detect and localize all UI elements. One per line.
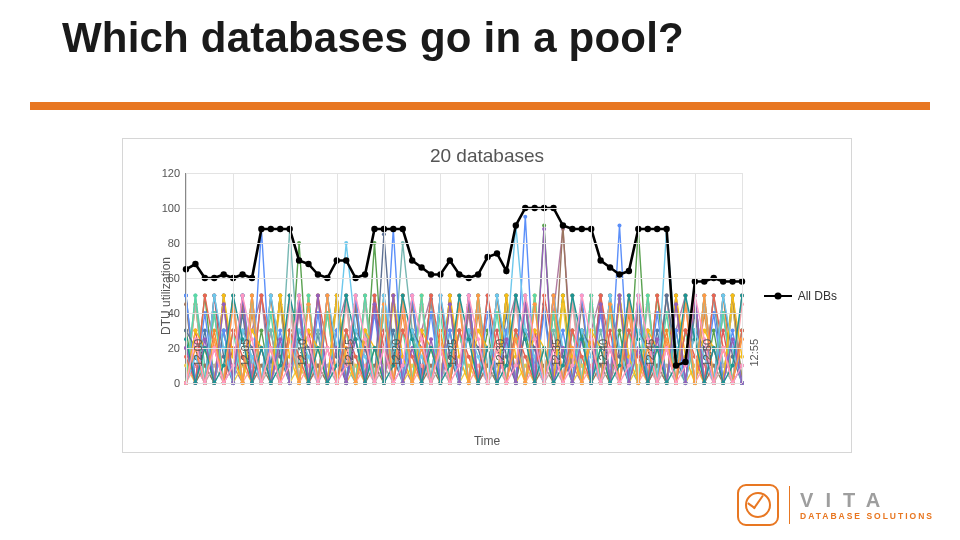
marker [682,359,688,365]
marker [212,337,216,341]
x-axis-label: Time [123,434,851,448]
marker [307,294,311,298]
marker [533,294,537,298]
marker [552,294,556,298]
marker [193,329,197,333]
marker [410,294,414,298]
vgridline [638,173,639,383]
marker [344,329,348,333]
marker [203,294,207,298]
marker [241,294,245,298]
marker [580,294,584,298]
marker [729,278,735,284]
marker [372,302,376,306]
marker [278,294,282,298]
marker [655,329,659,333]
marker [363,355,367,359]
brand-subtitle: DATABASE SOLUTIONS [800,512,934,521]
slide-root: Which databases go in a pool? 20 databas… [0,0,960,540]
marker [674,294,678,298]
marker [222,329,226,333]
marker [617,224,621,228]
page-title: Which databases go in a pool? [62,14,684,62]
marker [608,294,612,298]
gridline [186,208,742,209]
x-tick: 12:45 [644,339,656,389]
marker [222,302,226,306]
marker [533,302,537,306]
marker [297,294,301,298]
gridline [186,313,742,314]
brand-text: VITA DATABASE SOLUTIONS [800,490,934,521]
vgridline [337,173,338,383]
marker [278,337,282,341]
vgridline [544,173,545,383]
marker [626,268,632,274]
marker [599,329,603,333]
x-tick: 12:00 [192,339,204,389]
marker [420,294,424,298]
marker [269,294,273,298]
marker [599,302,603,306]
marker [315,271,321,277]
marker [447,257,453,263]
y-tick: 100 [154,202,180,214]
marker [570,294,574,298]
marker [410,337,414,341]
marker [523,337,527,341]
marker [296,257,302,263]
x-tick: 12:35 [550,339,562,389]
x-tick: 12:30 [494,339,506,389]
x-tick: 12:20 [390,339,402,389]
marker [561,329,565,333]
marker [429,337,433,341]
marker [239,271,245,277]
marker [307,302,311,306]
marker [720,278,726,284]
y-tick: 0 [154,377,180,389]
gridline [186,383,742,384]
marker [712,329,716,333]
marker [721,294,725,298]
marker [448,302,452,306]
marker [552,329,556,333]
marker [467,355,471,359]
y-tick: 20 [154,342,180,354]
marker [448,329,452,333]
gridline [186,278,742,279]
marker [362,271,368,277]
marker [627,294,631,298]
y-tick: 80 [154,237,180,249]
marker [569,226,575,232]
brand-logo: VITA DATABASE SOLUTIONS [737,484,934,526]
marker [514,329,518,333]
marker [580,355,584,359]
marker [475,271,481,277]
vgridline [290,173,291,383]
marker [523,355,527,359]
marker [561,294,565,298]
marker [363,337,367,341]
title-divider [30,102,930,110]
vgridline [591,173,592,383]
marker [457,294,461,298]
marker [523,215,527,219]
marker [222,364,226,368]
marker [494,250,500,256]
marker [429,294,433,298]
marker [259,294,263,298]
marker [645,226,651,232]
x-tick: 12:05 [239,339,251,389]
y-tick: 120 [154,167,180,179]
marker [428,271,434,277]
marker [627,329,631,333]
marker [560,222,566,228]
marker [674,302,678,306]
marker [418,264,424,270]
marker [192,261,198,267]
marker [259,329,263,333]
vgridline [695,173,696,383]
marker [456,271,462,277]
x-tick: 12:25 [446,339,458,389]
brand-icon [737,484,779,526]
